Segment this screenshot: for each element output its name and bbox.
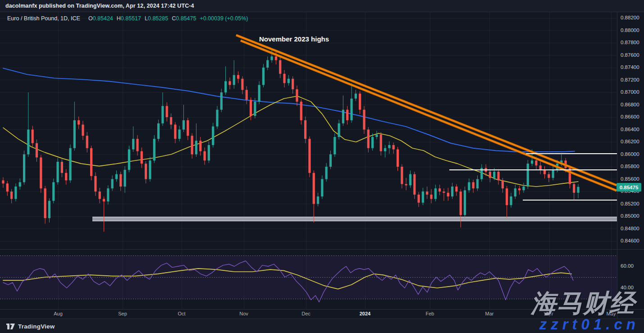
price-tick-label: 0.85800: [621, 164, 642, 169]
attribution-text: dacolmanfx published on TradingView.com,…: [5, 3, 194, 9]
price-tick-label: 0.85600: [621, 176, 642, 182]
tradingview-chart-screenshot: dacolmanfx published on TradingView.com,…: [0, 0, 644, 333]
symbol-legend[interactable]: Euro / British Pound, 1D, ICEO0.85424H0.…: [7, 15, 248, 22]
time-tick-label: 2024: [352, 311, 379, 316]
close-label: C: [172, 15, 176, 22]
trendline-annotation[interactable]: November 2023 highs: [259, 35, 329, 43]
price-tick-label: 0.87600: [621, 52, 642, 58]
chart-canvas[interactable]: [0, 0, 644, 333]
high-label: H: [117, 15, 121, 22]
attribution-bar: dacolmanfx published on TradingView.com,…: [0, 0, 644, 12]
last-price-badge: 0.85475: [617, 183, 641, 192]
tradingview-brand-text[interactable]: TradingView: [18, 323, 55, 330]
price-tick-label: 0.88000: [621, 27, 642, 33]
time-tick-label: Oct: [168, 311, 195, 316]
time-tick-label: Aug: [45, 311, 72, 316]
price-tick-label: 0.84600: [621, 238, 642, 243]
price-tick-label: 0.87200: [621, 77, 642, 82]
price-tick-label: 0.86600: [621, 114, 642, 119]
change-value: +0.00039 (+0.05%): [200, 15, 248, 22]
url-watermark: zzrt01.cn: [539, 316, 639, 333]
price-tick-label: 0.86400: [621, 127, 642, 132]
symbol-title[interactable]: Euro / British Pound, 1D, ICE: [7, 15, 80, 22]
price-tick-label: 0.85000: [621, 213, 642, 219]
high-value: 0.85517: [121, 15, 141, 22]
tradingview-logo-icon[interactable]: [6, 323, 15, 330]
price-tick-label: 0.87400: [621, 64, 642, 70]
price-tick-label: 0.86000: [621, 151, 642, 157]
time-tick-label: Dec: [292, 311, 320, 316]
close-value: 0.85475: [176, 15, 196, 22]
time-tick-label: Sep: [109, 311, 136, 316]
time-tick-label: Nov: [230, 311, 257, 316]
low-value: 0.85285: [148, 15, 168, 22]
price-tick-label: 0.87000: [621, 89, 642, 95]
price-tick-label: 0.84800: [621, 226, 642, 231]
time-tick-label: Feb: [416, 311, 443, 316]
price-tick-label: 0.87800: [621, 40, 642, 45]
price-tick-label: 0.85200: [621, 201, 642, 206]
open-value: 0.85424: [93, 15, 113, 22]
price-tick-label: 0.86800: [621, 102, 642, 107]
price-tick-label: 0.86200: [621, 139, 642, 144]
price-tick-label: 0.88200: [621, 15, 642, 20]
time-tick-label: Mar: [476, 311, 503, 316]
open-label: O: [88, 15, 93, 22]
low-label: L: [145, 15, 148, 22]
last-price-value: 0.85475: [620, 185, 639, 190]
rsi-tick-label: 60.00: [621, 263, 642, 269]
